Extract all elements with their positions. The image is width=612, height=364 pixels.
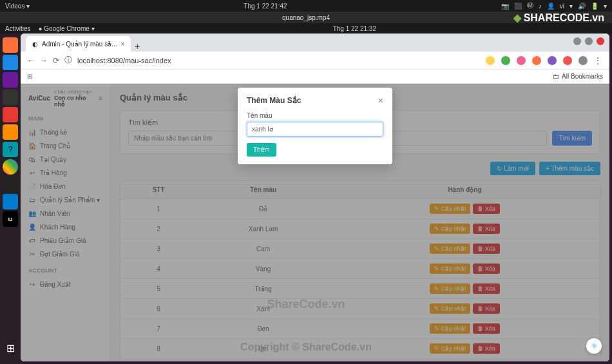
tray-icon[interactable]: 👤: [547, 3, 555, 10]
activities-bar: Activities ● Google Chrome ▾ Thg 1 22 21…: [0, 23, 612, 34]
extension-icon[interactable]: [532, 56, 541, 65]
extension-icon[interactable]: [548, 56, 557, 65]
chrome-menu[interactable]: ● Google Chrome ▾: [38, 25, 94, 32]
dock-chrome-icon[interactable]: [3, 159, 18, 175]
extension-icon[interactable]: [579, 56, 588, 65]
ubuntu-clock: Thg 1 22 21:42: [244, 3, 287, 10]
nav-back-icon[interactable]: ←: [27, 56, 35, 65]
nav-reload-icon[interactable]: ⟳: [53, 56, 59, 65]
dock-app-icon[interactable]: [3, 72, 18, 88]
dock-help-icon[interactable]: ?: [3, 142, 18, 157]
tray-icon[interactable]: 🔋: [591, 3, 598, 10]
add-color-modal: Thêm Màu Sắc × Tên màu Thêm: [238, 88, 392, 164]
tab-title: Admin - Quản lý màu sắ...: [42, 41, 117, 48]
dock-app-icon[interactable]: [3, 107, 18, 122]
menu-icon[interactable]: ⋮: [594, 56, 603, 65]
dock-vscode-icon[interactable]: [3, 194, 18, 209]
window-close-icon[interactable]: [597, 37, 604, 45]
extension-icon[interactable]: [563, 56, 572, 65]
tray-icon[interactable]: Ⓜ: [527, 1, 533, 10]
ubuntu-top-bar: Videos ▾ Thg 1 22 21:42 📷 ⬛ Ⓜ ♪ 👤 vi ▾ 🔊…: [0, 0, 612, 12]
extension-icon[interactable]: [517, 56, 526, 65]
admin-app: AviCuc Chào mừng bạn Con cu nho nhỏ ≡ MA…: [21, 84, 609, 361]
dock-apps-grid-icon[interactable]: ⊞: [6, 342, 15, 354]
ubuntu-tray: 📷 ⬛ Ⓜ ♪ 👤 vi ▾ 🔊 🔋 ▾: [501, 1, 607, 10]
tray-icon[interactable]: ▾: [569, 3, 573, 10]
modal-overlay[interactable]: Thêm Màu Sắc × Tên màu Thêm: [21, 84, 609, 361]
dock-firefox-icon[interactable]: [3, 37, 18, 53]
bookmarks-bar: ⊞ 🗀 All Bookmarks: [21, 70, 609, 84]
browser-tab-strip: ◐ Admin - Quản lý màu sắ... × +: [21, 34, 609, 52]
dock-app-icon[interactable]: [3, 55, 18, 70]
window-maximize-icon[interactable]: [585, 37, 593, 45]
dock-app-icon[interactable]: [3, 124, 18, 140]
extension-icon[interactable]: [486, 56, 495, 65]
browser-tab[interactable]: ◐ Admin - Quản lý màu sắ... ×: [26, 36, 131, 52]
browser-window: ◐ Admin - Quản lý màu sắ... × + ← → ⟳ ⓘ …: [21, 34, 609, 361]
dock-app-icon[interactable]: [3, 90, 18, 105]
video-filename: quanao_jsp.mp4: [282, 14, 330, 21]
sharecode-icon: ◆: [513, 12, 521, 24]
modal-submit-button[interactable]: Thêm: [247, 143, 276, 157]
tray-icon[interactable]: 🔊: [578, 3, 586, 10]
activities-clock: Thg 1 22 21:32: [102, 25, 607, 32]
window-minimize-icon[interactable]: [573, 37, 581, 45]
activities-label[interactable]: Activities: [5, 25, 30, 32]
dock-intellij-icon[interactable]: IJ: [3, 211, 18, 227]
browser-address-bar: ← → ⟳ ⓘ localhost:8080/mau-sac/index ⋮: [21, 52, 609, 70]
all-bookmarks-button[interactable]: All Bookmarks: [562, 73, 603, 80]
sharecode-watermark-logo: ◆ SHARECODE.vn: [513, 12, 604, 24]
site-info-icon[interactable]: ⓘ: [64, 55, 72, 66]
tray-icon[interactable]: ⬛: [514, 3, 522, 10]
tab-favicon: ◐: [32, 41, 38, 48]
tray-icon[interactable]: 📷: [501, 3, 509, 10]
dock-terminal-icon[interactable]: [3, 177, 18, 192]
tray-icon[interactable]: ♪: [539, 3, 542, 10]
color-name-input[interactable]: [247, 122, 383, 137]
react-devtools-icon[interactable]: ⚛: [586, 338, 602, 354]
tray-icon[interactable]: ▾: [604, 3, 607, 10]
ubuntu-dock: ? IJ ⊞: [0, 34, 21, 364]
new-tab-button[interactable]: +: [135, 41, 140, 52]
tab-close-icon[interactable]: ×: [120, 41, 124, 48]
modal-close-icon[interactable]: ×: [378, 95, 383, 106]
nav-forward-icon[interactable]: →: [40, 56, 48, 65]
extension-icon[interactable]: [501, 56, 510, 65]
bookmarks-folder-icon[interactable]: 🗀: [553, 73, 559, 80]
modal-title: Thêm Màu Sắc: [247, 96, 301, 105]
modal-field-label: Tên màu: [247, 112, 383, 119]
apps-grid-icon[interactable]: ⊞: [27, 73, 32, 80]
address-url[interactable]: localhost:8080/mau-sac/index: [77, 57, 481, 64]
videos-menu[interactable]: Videos ▾: [5, 3, 30, 10]
tray-lang[interactable]: vi: [560, 3, 564, 10]
